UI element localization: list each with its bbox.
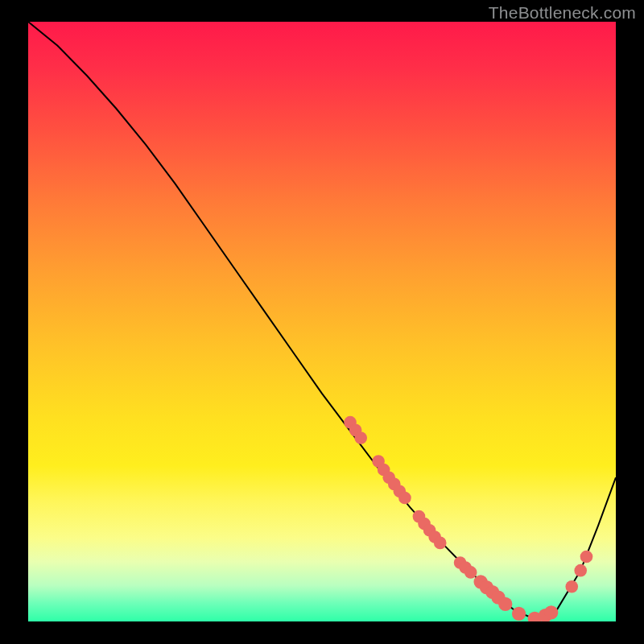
chart-stage: TheBottleneck.com <box>0 0 644 644</box>
watermark-text: TheBottleneck.com <box>489 3 636 23</box>
curve-line <box>28 22 616 618</box>
curve-marker <box>398 492 411 505</box>
curve-marker <box>574 564 587 577</box>
curve-marker <box>512 607 526 621</box>
curve-marker <box>354 431 367 444</box>
curve-marker <box>434 537 447 550</box>
curve-marker <box>565 580 578 593</box>
curve-markers <box>344 416 592 621</box>
curve-marker <box>544 605 558 619</box>
plot-area <box>28 22 616 621</box>
chart-svg <box>28 22 616 621</box>
curve-marker <box>464 566 477 579</box>
curve-marker <box>498 597 512 611</box>
curve-marker <box>580 551 593 564</box>
